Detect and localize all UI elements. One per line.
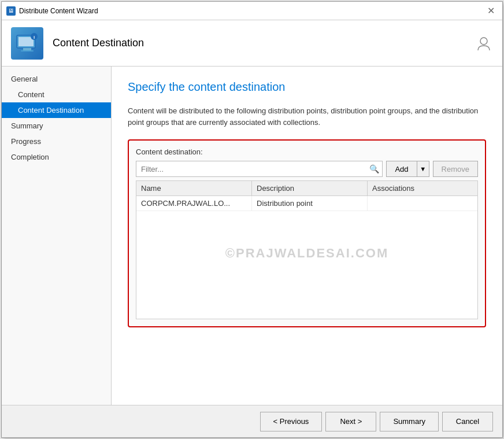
content-dest-label: Content destination: (136, 147, 478, 156)
table-area: Name Description Associations CORPCM.PRA… (136, 180, 478, 319)
row-associations (368, 196, 477, 211)
sidebar-item-summary[interactable]: Summary (2, 118, 111, 134)
add-dropdown-icon[interactable]: ▼ (417, 161, 429, 177)
svg-point-6 (480, 38, 487, 45)
cancel-button[interactable]: Cancel (442, 412, 493, 431)
window-title: Distribute Content Wizard (19, 7, 484, 15)
close-button[interactable]: ✕ (484, 4, 498, 18)
watermark: ©PRAJWALDESAI.COM (136, 211, 477, 272)
table-header: Name Description Associations (136, 181, 477, 196)
sidebar-item-content-destination[interactable]: Content Destination (2, 102, 111, 118)
app-icon: 🖥 (6, 6, 16, 16)
remove-button[interactable]: Remove (433, 161, 478, 177)
sidebar-item-general[interactable]: General (2, 71, 111, 87)
main-heading: Specify the content destination (128, 80, 486, 94)
svg-rect-3 (21, 50, 34, 51)
row-description: Distribution point (252, 196, 368, 211)
header-bar: i Content Destination (2, 20, 502, 67)
description-text: Content will be distributed to the follo… (128, 105, 486, 128)
title-bar: 🖥 Distribute Content Wizard ✕ (2, 2, 502, 20)
header-icon: i (11, 27, 43, 60)
main-panel: Specify the content destination Content … (112, 67, 502, 405)
col-description: Description (252, 181, 368, 195)
add-button[interactable]: Add (386, 161, 416, 177)
table-row[interactable]: CORPCM.PRAJWAL.LO... Distribution point (136, 196, 477, 211)
next-button[interactable]: Next > (325, 412, 376, 431)
sidebar: General Content Content Destination Summ… (2, 67, 112, 405)
sidebar-item-content[interactable]: Content (2, 87, 111, 102)
svg-rect-2 (23, 48, 31, 50)
sidebar-item-completion[interactable]: Completion (2, 149, 111, 165)
svg-text:i: i (34, 35, 35, 40)
content-area: General Content Content Destination Summ… (2, 67, 502, 405)
add-button-wrap: Add ▼ (386, 161, 429, 177)
filter-input-wrap: 🔍 (136, 161, 383, 177)
filter-input[interactable] (136, 161, 383, 177)
header-title: Content Destination (53, 37, 475, 49)
search-icon: 🔍 (369, 164, 379, 174)
col-associations: Associations (368, 181, 477, 195)
user-icon (475, 34, 493, 53)
sidebar-item-progress[interactable]: Progress (2, 134, 111, 149)
col-name: Name (136, 181, 252, 195)
main-window: 🖥 Distribute Content Wizard ✕ i Content … (1, 1, 503, 438)
row-name: CORPCM.PRAJWAL.LO... (136, 196, 252, 211)
filter-row: 🔍 Add ▼ Remove (136, 161, 478, 177)
summary-button[interactable]: Summary (380, 412, 439, 431)
content-destination-box: Content destination: 🔍 Add ▼ Remove (128, 139, 486, 327)
footer: < Previous Next > Summary Cancel (2, 405, 502, 437)
previous-button[interactable]: < Previous (260, 412, 323, 431)
